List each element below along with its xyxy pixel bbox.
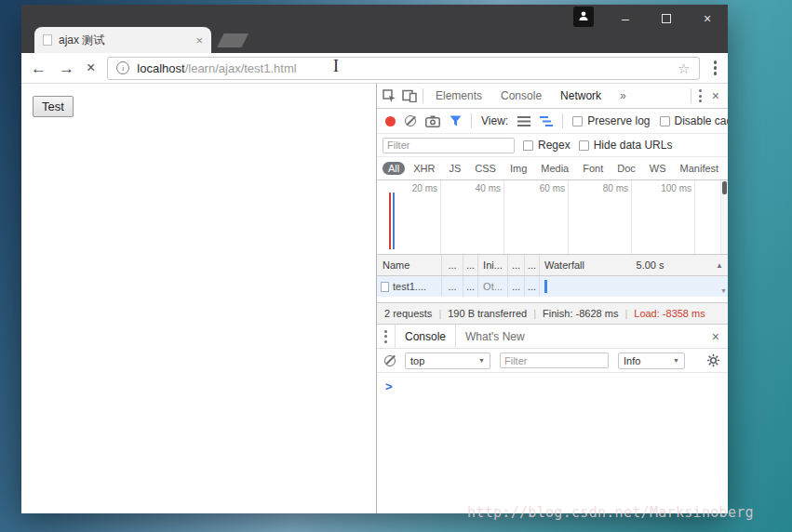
preserve-log-toggle[interactable]: Preserve log — [572, 114, 650, 127]
scroll-down-icon[interactable]: ▼ — [720, 287, 727, 294]
column-time[interactable]: ... — [525, 255, 540, 275]
stop-button[interactable]: × — [87, 60, 95, 75]
url-text: localhost/learn/ajax/test1.html — [137, 61, 296, 75]
dropdown-arrow-icon: ▼ — [673, 357, 679, 364]
filter-funnel-icon[interactable] — [450, 115, 462, 126]
screenshot-camera-icon[interactable] — [425, 115, 440, 127]
separator — [691, 88, 691, 103]
tab-network[interactable]: Network — [554, 84, 608, 108]
page-info-icon[interactable]: i — [116, 61, 129, 74]
more-panels-chevron[interactable]: » — [613, 84, 633, 108]
separator: | — [438, 308, 441, 319]
hide-data-urls-checkbox[interactable] — [579, 140, 589, 151]
console-filter-input[interactable] — [500, 352, 609, 368]
column-name[interactable]: Name — [377, 255, 442, 275]
log-level-selector[interactable]: Info ▼ — [618, 352, 685, 369]
column-type[interactable]: ... — [463, 255, 478, 275]
devtools-close-icon[interactable]: × — [709, 88, 722, 103]
window-content: Test Elements Console Network » — [21, 84, 728, 513]
overview-scrollbar[interactable] — [720, 180, 728, 254]
regex-toggle[interactable]: Regex — [523, 139, 571, 152]
tab-favicon-icon — [43, 34, 52, 46]
regex-checkbox[interactable] — [523, 140, 533, 151]
disable-cache-checkbox[interactable] — [660, 116, 670, 126]
new-tab-button[interactable] — [217, 33, 248, 47]
test-button[interactable]: Test — [33, 96, 74, 117]
profile-button[interactable] — [573, 7, 594, 27]
tab-console[interactable]: Console — [494, 84, 548, 108]
drawer-tab-whats-new[interactable]: What's New — [456, 325, 534, 348]
drawer-tab-console[interactable]: Console — [395, 325, 456, 348]
console-output[interactable]: > — [377, 373, 728, 513]
type-filter-js[interactable]: JS — [443, 162, 466, 175]
devtools-menu-icon[interactable] — [697, 87, 704, 104]
separator: | — [533, 308, 536, 319]
request-initiator-cell: Ot... — [478, 276, 508, 297]
column-initiator[interactable]: Ini... — [478, 255, 508, 275]
requests-table-header: Name ... ... Ini... ... ... Waterfall 5.… — [377, 255, 728, 276]
disable-cache-label: Disable cache — [675, 114, 728, 127]
preserve-log-checkbox[interactable] — [572, 116, 583, 126]
record-button[interactable] — [385, 116, 396, 126]
type-filter-other[interactable]: Other — [727, 162, 728, 175]
network-filter-input[interactable] — [383, 138, 515, 153]
type-filter-media[interactable]: Media — [535, 162, 574, 175]
drawer-menu-icon[interactable] — [383, 328, 389, 345]
browser-window: ajax 测试 × – × ← → × i localhost/learn/a — [21, 5, 728, 513]
sort-ascending-icon[interactable]: ▲ — [716, 261, 723, 270]
separator: | — [624, 308, 627, 319]
tab-elements[interactable]: Elements — [429, 84, 489, 108]
requests-table-body: test1.... ... ... Ot... ... ... ▼ — [377, 276, 728, 302]
clear-requests-icon[interactable] — [405, 115, 416, 126]
request-name: test1.... — [393, 281, 426, 292]
request-time-cell: ... — [525, 276, 540, 297]
forward-button[interactable]: → — [59, 60, 74, 76]
device-toolbar-icon[interactable] — [402, 89, 417, 102]
scrollbar-thumb[interactable] — [722, 181, 727, 194]
timeline-tick: 20 ms — [440, 180, 441, 254]
column-status[interactable]: ... — [442, 255, 463, 275]
back-button[interactable]: ← — [31, 60, 47, 76]
clear-console-icon[interactable] — [384, 355, 396, 366]
type-filter-css[interactable]: CSS — [469, 162, 502, 175]
type-filter-doc[interactable]: Doc — [611, 162, 641, 175]
request-size-cell: ... — [508, 276, 525, 297]
devtools-tabbar: Elements Console Network » × — [377, 84, 728, 109]
minimize-button[interactable]: – — [605, 5, 646, 33]
separator — [562, 113, 563, 128]
maximize-button[interactable] — [646, 5, 687, 33]
type-filter-all[interactable]: All — [383, 162, 405, 175]
drawer-close-icon[interactable]: × — [709, 329, 722, 344]
context-selector[interactable]: top ▼ — [405, 352, 490, 369]
browser-tab[interactable]: ajax 测试 × — [34, 27, 211, 53]
console-settings-gear-icon[interactable] — [706, 353, 720, 367]
waterfall-label: Waterfall — [544, 259, 584, 271]
list-view-icon[interactable] — [517, 116, 530, 126]
type-filter-xhr[interactable]: XHR — [408, 162, 440, 175]
type-filter-ws[interactable]: WS — [644, 162, 672, 175]
tick-label: 80 ms — [603, 183, 628, 193]
tab-close-icon[interactable]: × — [195, 34, 203, 47]
column-waterfall[interactable]: Waterfall 5.00 s ▲ — [540, 255, 728, 275]
network-overview[interactable]: 20 ms 40 ms 60 ms 80 ms 100 ms — [377, 180, 728, 255]
request-row[interactable]: test1.... ... ... Ot... ... ... — [377, 276, 728, 297]
page-content: Test — [21, 84, 376, 513]
network-summary-bar: 2 requests | 190 B transferred | Finish:… — [377, 302, 728, 325]
tick-label: 60 ms — [540, 183, 565, 193]
browser-menu-icon[interactable] — [712, 59, 719, 77]
window-close-button[interactable]: × — [687, 5, 728, 33]
timeline-view-icon[interactable] — [540, 116, 553, 126]
inspect-element-icon[interactable] — [383, 89, 396, 103]
type-filter-manifest[interactable]: Manifest — [675, 162, 725, 175]
disable-cache-toggle[interactable]: Disable cache — [660, 114, 728, 127]
url-host: localhost — [137, 61, 184, 75]
bookmark-star-icon[interactable]: ☆ — [678, 61, 690, 75]
address-bar[interactable]: i localhost/learn/ajax/test1.html ☆ — [107, 57, 699, 80]
timeline-tick: 100 ms — [694, 180, 695, 254]
watermark-text: http://blog.csdn.net/Marksinoberg — [467, 504, 754, 521]
hide-data-urls-toggle[interactable]: Hide data URLs — [579, 139, 673, 152]
type-filter-img[interactable]: Img — [504, 162, 532, 175]
console-prompt-chevron[interactable]: > — [385, 379, 393, 393]
column-size[interactable]: ... — [508, 255, 525, 275]
type-filter-font[interactable]: Font — [577, 162, 609, 175]
